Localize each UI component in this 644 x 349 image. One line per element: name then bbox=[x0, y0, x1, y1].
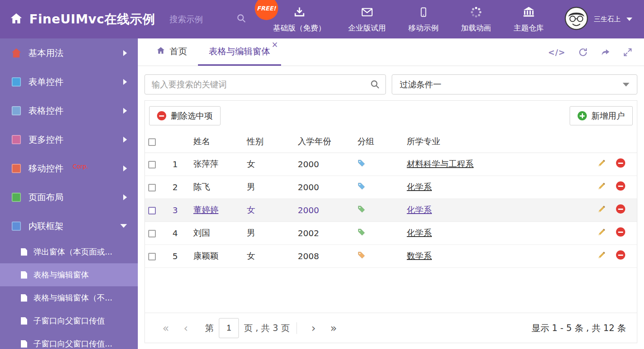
grid-toolbar: 删除选中项 新增用户 bbox=[145, 101, 637, 131]
col-header-gender: 性别 bbox=[243, 131, 294, 153]
brand[interactable]: FineUIMvc在线示例 bbox=[0, 11, 155, 28]
sidebar-subitem-popup-window[interactable]: 弹出窗体（本页面或... bbox=[0, 240, 138, 263]
tag-icon[interactable] bbox=[357, 251, 365, 259]
app-title: FineUIMvc在线示例 bbox=[29, 11, 155, 28]
sidebar-subitem-child-to-parent-2[interactable]: 子窗口向父窗口传值... bbox=[0, 332, 138, 349]
prev-page-button[interactable]: ‹ bbox=[176, 322, 196, 334]
row-checkbox[interactable] bbox=[148, 184, 156, 191]
delete-icon[interactable] bbox=[616, 158, 625, 168]
sidebar-item-form-controls[interactable]: 表单控件 bbox=[0, 67, 138, 96]
open-in-new-icon[interactable] bbox=[601, 47, 611, 57]
layout-icon bbox=[12, 193, 21, 202]
refresh-icon[interactable] bbox=[578, 47, 588, 57]
edit-icon[interactable] bbox=[597, 251, 606, 260]
sidebar-item-basic-usage[interactable]: 基本用法 bbox=[0, 38, 138, 67]
table-row[interactable]: 5 康颖颖 女 2008 数学系 bbox=[145, 245, 637, 267]
delete-icon[interactable] bbox=[616, 204, 625, 214]
major-link[interactable]: 化学系 bbox=[407, 205, 432, 215]
col-header-num bbox=[169, 131, 190, 153]
row-checkbox[interactable] bbox=[148, 207, 156, 214]
add-user-button[interactable]: 新增用户 bbox=[570, 106, 633, 125]
delete-icon[interactable] bbox=[616, 250, 625, 260]
sidebar-item-grid-controls[interactable]: 表格控件 bbox=[0, 96, 138, 125]
page-icon bbox=[21, 248, 27, 256]
source-code-icon[interactable]: </> bbox=[548, 48, 565, 57]
sidebar-subitem-grid-edit-window-2[interactable]: 表格与编辑窗体（不... bbox=[0, 286, 138, 309]
delete-icon[interactable] bbox=[616, 227, 625, 237]
major-link[interactable]: 化学系 bbox=[407, 182, 432, 192]
sidebar-item-page-layout[interactable]: 页面布局 bbox=[0, 183, 138, 211]
major-link[interactable]: 材料科学与工程系 bbox=[407, 159, 474, 169]
col-header-major: 所学专业 bbox=[403, 131, 583, 153]
nav-item-theme-repo[interactable]: 主题仓库 bbox=[514, 6, 544, 33]
top-header: FineUIMvc在线示例 FREE! 基础版（免费） 企业版试用 bbox=[0, 0, 644, 38]
sidebar-item-label: 移动控件 bbox=[28, 163, 63, 174]
row-checkbox[interactable] bbox=[148, 161, 156, 168]
sidebar-subitem-child-to-parent[interactable]: 子窗口向父窗口传值 bbox=[0, 309, 138, 332]
header-search-input[interactable] bbox=[170, 15, 232, 24]
tag-icon[interactable] bbox=[357, 159, 365, 167]
filter-row: 过滤条件一 bbox=[145, 74, 637, 94]
tag-icon[interactable] bbox=[357, 205, 365, 213]
page-input[interactable] bbox=[219, 318, 239, 338]
edit-icon[interactable] bbox=[597, 159, 606, 168]
row-checkbox[interactable] bbox=[148, 253, 156, 260]
delete-icon[interactable] bbox=[616, 181, 625, 191]
keyword-search-input[interactable] bbox=[145, 74, 386, 94]
edit-icon[interactable] bbox=[597, 205, 606, 214]
fullscreen-icon[interactable] bbox=[623, 48, 632, 57]
year-cell: 2000 bbox=[294, 153, 354, 176]
sidebar-subitem-label: 表格与编辑窗体（不... bbox=[33, 293, 112, 303]
user-menu[interactable]: 三生石上 bbox=[565, 7, 644, 32]
last-page-button[interactable]: » bbox=[324, 322, 344, 334]
tag-icon[interactable] bbox=[357, 228, 365, 236]
sidebar-item-label: 基本用法 bbox=[28, 47, 63, 59]
sidebar-subitem-grid-edit-window[interactable]: 表格与编辑窗体 bbox=[0, 263, 138, 286]
nav-item-mobile-demo[interactable]: 移动示例 bbox=[408, 6, 439, 33]
table-row[interactable]: 4 刘国 男 2002 化学系 bbox=[145, 222, 637, 245]
sidebar-item-more-controls[interactable]: 更多控件 bbox=[0, 125, 138, 154]
chevron-right-icon bbox=[123, 194, 127, 200]
page-icon bbox=[21, 317, 27, 325]
gender-cell: 女 bbox=[243, 245, 294, 267]
widgets-icon bbox=[12, 135, 21, 144]
minus-circle-icon bbox=[157, 111, 166, 120]
edit-icon[interactable] bbox=[597, 182, 606, 191]
divider bbox=[297, 322, 297, 334]
search-icon[interactable] bbox=[236, 13, 246, 25]
page-prefix: 第 bbox=[205, 322, 214, 334]
tag-icon[interactable] bbox=[357, 182, 365, 190]
table-row-selected[interactable]: 3 董婷婷 女 2000 化学系 bbox=[145, 199, 637, 222]
next-page-button[interactable]: › bbox=[304, 322, 324, 334]
first-page-button[interactable]: « bbox=[156, 322, 176, 334]
sidebar-item-label: 页面布局 bbox=[28, 191, 63, 203]
major-link[interactable]: 化学系 bbox=[407, 228, 432, 238]
mobile-icon bbox=[418, 6, 429, 20]
table-row[interactable]: 2 陈飞 男 2000 化学系 bbox=[145, 176, 637, 199]
sidebar: 基本用法 表单控件 表格控件 更多控件 移动控件 Corp. bbox=[0, 38, 138, 349]
nav-item-enterprise-trial[interactable]: 企业版试用 bbox=[348, 6, 386, 33]
search-icon[interactable] bbox=[370, 79, 380, 91]
close-icon[interactable]: × bbox=[271, 41, 278, 48]
table-row[interactable]: 1 张萍萍 女 2000 材料科学与工程系 bbox=[145, 153, 637, 176]
sidebar-item-mobile-controls[interactable]: 移动控件 Corp. bbox=[0, 154, 138, 183]
major-link[interactable]: 数学系 bbox=[407, 251, 432, 261]
year-cell: 2000 bbox=[294, 199, 354, 222]
sidebar-item-iframe[interactable]: 内联框架 bbox=[0, 211, 138, 240]
student-name: 刘国 bbox=[193, 228, 210, 238]
tab-home[interactable]: 首页 bbox=[145, 38, 198, 66]
nav-item-basic-free[interactable]: FREE! 基础版（免费） bbox=[273, 6, 326, 33]
home-icon bbox=[12, 48, 21, 58]
tab-grid-edit-window[interactable]: 表格与编辑窗体 × bbox=[198, 38, 281, 66]
filter-dropdown[interactable]: 过滤条件一 bbox=[392, 74, 637, 94]
tab-bar: 首页 表格与编辑窗体 × </> bbox=[138, 38, 644, 66]
chevron-right-icon bbox=[123, 108, 127, 114]
row-checkbox[interactable] bbox=[148, 230, 156, 237]
select-all-checkbox[interactable] bbox=[148, 138, 156, 146]
page-icon bbox=[21, 271, 27, 279]
chevron-down-icon bbox=[623, 83, 629, 87]
edit-icon[interactable] bbox=[597, 228, 606, 237]
nav-item-loading-animation[interactable]: 加载动画 bbox=[461, 6, 491, 33]
corp-badge: Corp. bbox=[73, 163, 88, 170]
delete-selected-button[interactable]: 删除选中项 bbox=[149, 106, 221, 125]
